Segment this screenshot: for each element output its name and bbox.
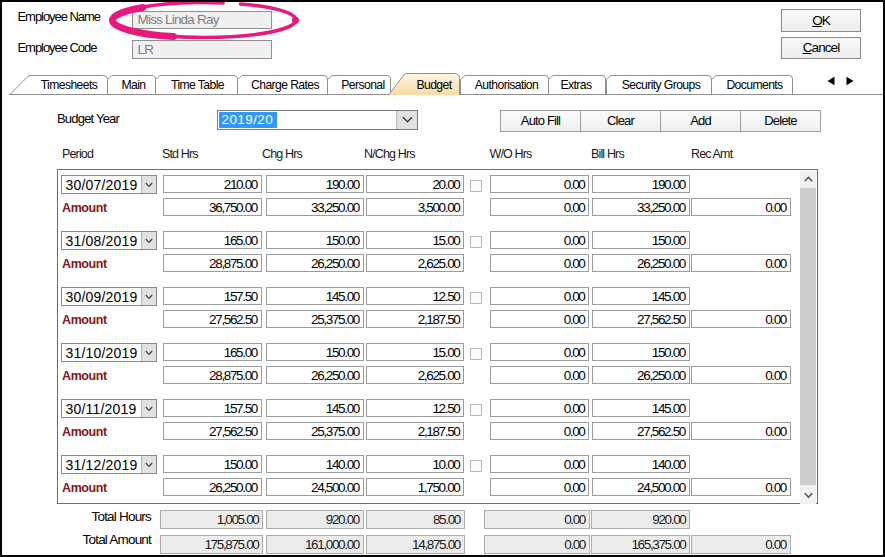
svg-text:Time Table: Time Table — [171, 78, 225, 92]
svg-text:Documents: Documents — [726, 78, 783, 92]
svg-text:Personal: Personal — [341, 78, 384, 92]
svg-text:Extras: Extras — [561, 78, 592, 92]
svg-text:Budget: Budget — [416, 78, 452, 92]
svg-text:Main: Main — [121, 78, 145, 92]
svg-text:Security Groups: Security Groups — [622, 78, 701, 92]
svg-text:Authorisation: Authorisation — [475, 78, 538, 92]
svg-text:Timesheets: Timesheets — [41, 78, 98, 92]
svg-text:Charge Rates: Charge Rates — [251, 78, 320, 92]
